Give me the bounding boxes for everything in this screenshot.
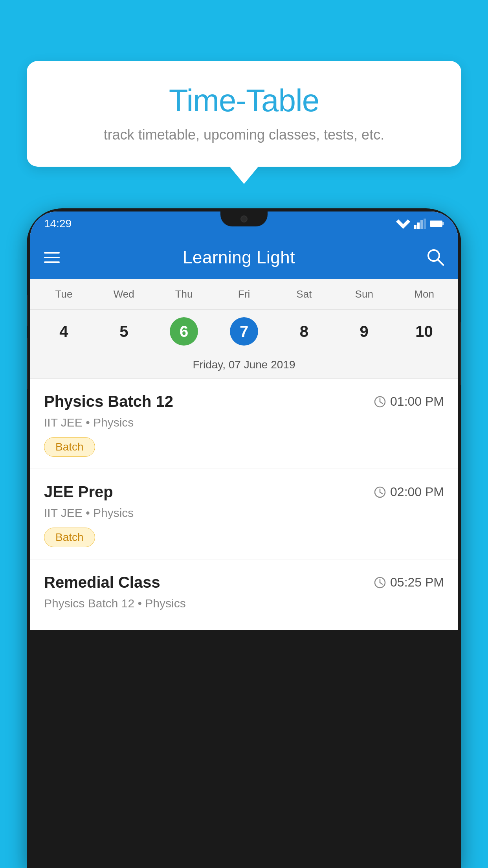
- day-label-thu: Thu: [175, 288, 193, 300]
- date-4[interactable]: 4: [50, 317, 78, 346]
- date-5[interactable]: 5: [110, 317, 138, 346]
- svg-rect-1: [414, 225, 416, 229]
- schedule-item-3[interactable]: Remedial Class 05:25 PM Physics Batch 12…: [30, 559, 458, 630]
- svg-rect-5: [430, 221, 442, 227]
- schedule-item-1-title: Physics Batch 12: [44, 393, 173, 410]
- day-col-wed[interactable]: Wed: [94, 288, 154, 300]
- svg-line-8: [438, 259, 443, 265]
- hamburger-line: [44, 257, 60, 258]
- day-label-sun: Sun: [355, 288, 373, 300]
- day-label-mon: Mon: [414, 288, 434, 300]
- clock-icon-1: [374, 395, 386, 408]
- day-col-fri[interactable]: Fri: [214, 288, 274, 300]
- day-label-wed: Wed: [114, 288, 134, 300]
- hamburger-line: [44, 261, 60, 263]
- svg-marker-0: [396, 219, 410, 229]
- clock-icon-3: [374, 576, 386, 589]
- day-col-sat[interactable]: Sat: [274, 288, 334, 300]
- svg-rect-4: [424, 219, 426, 229]
- date-col-5[interactable]: 5: [94, 317, 154, 346]
- app-title: Learning Light: [72, 248, 406, 267]
- day-label-sat: Sat: [296, 288, 312, 300]
- batch-badge-2: Batch: [44, 528, 95, 547]
- svg-rect-2: [417, 223, 420, 229]
- schedule-item-2-header: JEE Prep 02:00 PM: [44, 483, 444, 501]
- tooltip-title: Time-Table: [50, 83, 438, 119]
- schedule-item-2-subtitle: IIT JEE • Physics: [44, 506, 444, 520]
- day-col-sun[interactable]: Sun: [334, 288, 394, 300]
- phone-frame: 14:29: [27, 208, 461, 868]
- svg-rect-3: [420, 220, 423, 229]
- date-6-today[interactable]: 6: [170, 317, 198, 346]
- menu-button[interactable]: [44, 252, 60, 263]
- calendar-dates: 4 5 6 7 8 9 10: [30, 310, 458, 353]
- day-label-fri: Fri: [238, 288, 250, 300]
- schedule-item-3-header: Remedial Class 05:25 PM: [44, 574, 444, 591]
- wifi-icon: [396, 219, 410, 229]
- schedule-item-1-subtitle: IIT JEE • Physics: [44, 416, 444, 429]
- batch-badge-1: Batch: [44, 437, 95, 457]
- phone-inner: 14:29: [30, 211, 458, 630]
- date-10[interactable]: 10: [410, 317, 438, 346]
- schedule-item-3-subtitle: Physics Batch 12 • Physics: [44, 597, 444, 610]
- status-bar: 14:29: [30, 211, 458, 236]
- svg-line-14: [380, 492, 382, 494]
- phone-notch: [220, 211, 268, 226]
- date-col-4[interactable]: 4: [34, 317, 94, 346]
- svg-line-17: [380, 583, 382, 584]
- schedule-item-2-time: 02:00 PM: [374, 485, 444, 499]
- day-col-mon[interactable]: Mon: [394, 288, 454, 300]
- status-time: 14:29: [44, 217, 72, 230]
- day-label-tue: Tue: [55, 288, 73, 300]
- schedule-item-2[interactable]: JEE Prep 02:00 PM IIT JEE • Physics Batc…: [30, 469, 458, 559]
- date-col-8[interactable]: 8: [274, 317, 334, 346]
- tooltip-subtitle: track timetable, upcoming classes, tests…: [50, 127, 438, 143]
- date-col-6[interactable]: 6: [154, 317, 214, 346]
- schedule-item-3-title: Remedial Class: [44, 574, 160, 591]
- search-icon: [426, 248, 444, 266]
- svg-line-11: [380, 402, 382, 403]
- signal-icon: [414, 219, 426, 229]
- schedule-item-3-time: 05:25 PM: [374, 575, 444, 590]
- date-8[interactable]: 8: [290, 317, 318, 346]
- clock-icon-2: [374, 486, 386, 498]
- volume-down-button: [27, 338, 28, 389]
- search-button[interactable]: [426, 248, 444, 267]
- status-icons: [396, 219, 444, 229]
- schedule-item-2-title: JEE Prep: [44, 483, 113, 501]
- selected-date-label: Friday, 07 June 2019: [30, 353, 458, 379]
- date-col-10[interactable]: 10: [394, 317, 454, 346]
- day-col-thu[interactable]: Thu: [154, 288, 214, 300]
- schedule-item-1-header: Physics Batch 12 01:00 PM: [44, 393, 444, 410]
- schedule-item-1-time: 01:00 PM: [374, 394, 444, 409]
- date-7-selected[interactable]: 7: [230, 317, 258, 346]
- camera-dot: [240, 215, 248, 223]
- content-area: Physics Batch 12 01:00 PM IIT JEE • Phys…: [30, 379, 458, 630]
- svg-rect-6: [442, 222, 444, 225]
- date-col-7[interactable]: 7: [214, 317, 274, 346]
- hamburger-line: [44, 252, 60, 254]
- day-col-tue[interactable]: Tue: [34, 288, 94, 300]
- tooltip-card: Time-Table track timetable, upcoming cla…: [27, 61, 461, 167]
- volume-up-button: [27, 295, 28, 326]
- date-col-9[interactable]: 9: [334, 317, 394, 346]
- date-9[interactable]: 9: [350, 317, 378, 346]
- power-button: [460, 322, 461, 385]
- app-bar: Learning Light: [30, 236, 458, 279]
- phone-screen: 14:29: [30, 211, 458, 630]
- schedule-item-1[interactable]: Physics Batch 12 01:00 PM IIT JEE • Phys…: [30, 379, 458, 469]
- calendar-header: Tue Wed Thu Fri Sat Sun Mon: [30, 279, 458, 310]
- battery-icon: [430, 220, 444, 228]
